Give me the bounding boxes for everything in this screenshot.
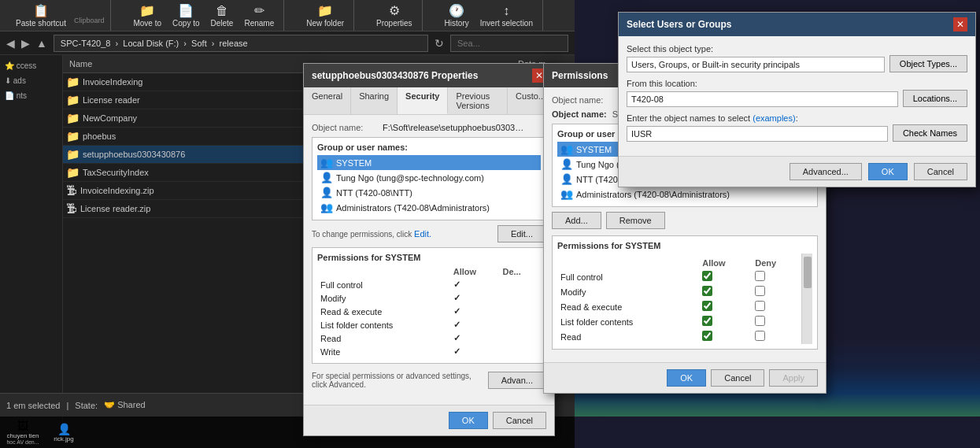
tab-previous-versions[interactable]: Previous Versions [448,87,508,114]
sec-user-system-name: SYSTEM [576,145,612,154]
sec-perm-row-read-exec: Read & execute [557,299,801,314]
user-item-system[interactable]: 👥 SYSTEM [317,155,541,170]
user-item-ntt[interactable]: 👤 NTT (T420-08\NTT) [317,185,541,200]
security-perms-box: Permissions for SYSTEM Allow Deny [552,235,818,350]
object-name-row: Object name: F:\Soft\release\setupphoebu… [312,123,546,132]
change-perm-row: To change permissions, click Edit. Edit.… [312,225,546,243]
perm-row-read: Read ✓ [317,331,541,345]
advanced-button[interactable]: Advan... [488,372,546,389]
sec-perm-allow-header: Allow [699,257,752,269]
props-actions: OK Cancel [304,405,554,435]
select-users-advanced-button[interactable]: Advanced... [790,163,862,180]
tab-security[interactable]: Security [398,87,448,114]
perm-row-write: Write ✓ [317,345,541,358]
security-ok-button[interactable]: OK [667,369,706,387]
sec-perm-list-deny-checkbox[interactable] [755,316,765,326]
user-item-tung[interactable]: 👤 Tung Ngo (tung@spc-technology.com) [317,170,541,185]
examples-link-text: (examples) [753,113,795,123]
perm-write-deny [499,345,541,358]
perm-read-exec-deny [499,305,541,318]
select-users-close-button[interactable]: ✕ [953,17,967,31]
perm-list-allow: ✓ [450,318,500,331]
perm-write-allow: ✓ [450,345,500,358]
sec-perm-read-deny[interactable] [752,329,801,344]
sec-perm-modify-allow[interactable] [699,284,752,299]
names-input[interactable] [627,126,888,142]
sec-perm-modify-deny[interactable] [752,284,801,299]
examples-link[interactable]: (examples) [753,113,795,123]
advanced-note: For special permissions or advanced sett… [312,372,488,389]
props-ok-button[interactable]: OK [449,412,488,429]
sec-perm-full-allow[interactable] [699,269,752,284]
security-obj-lbl: Object name: [552,109,607,119]
tab-sharing[interactable]: Sharing [351,87,398,114]
security-perms-container: Allow Deny Full control Modify [557,254,812,344]
sec-perm-row-list: List folder contents [557,314,801,329]
edit-button[interactable]: Edit... [497,225,546,243]
props-tabs: General Sharing Security Previous Versio… [304,87,554,115]
location-label: From this location: [627,79,967,88]
select-users-cancel-button[interactable]: Cancel [914,163,967,180]
user-admins-icon: 👥 [320,202,333,213]
sec-user-admins-name: Administrators (T420-08\Administrators) [576,190,730,199]
sec-perm-row-read: Read [557,329,801,344]
perm-name-header [317,265,450,278]
security-user-actions: Add... Remove [552,212,818,229]
location-row: Locations... [627,90,967,107]
sec-perm-read-deny-checkbox[interactable] [755,331,765,341]
check-names-button[interactable]: Check Names [893,124,967,142]
sec-perm-full-deny[interactable] [752,269,801,284]
user-item-admins[interactable]: 👥 Administrators (T420-08\Administrators… [317,200,541,215]
security-apply-button[interactable]: Apply [769,369,818,387]
props-cancel-button[interactable]: Cancel [493,412,546,429]
permissions-table: Allow De... Full control ✓ Modify ✓ [317,265,541,358]
user-ntt-icon: 👤 [320,187,333,198]
sec-perm-read-exec-deny[interactable] [752,299,801,314]
security-cancel-button[interactable]: Cancel [711,369,764,387]
perms-scrollbar[interactable] [801,254,812,344]
sec-perm-read-allow-checkbox[interactable] [702,331,712,341]
security-user-admins[interactable]: 👥 Administrators (T420-08\Administrators… [557,187,812,202]
sec-perm-read-exec-label: Read & execute [557,299,699,314]
user-tung-name: Tung Ngo (tung@spc-technology.com) [336,173,484,183]
locations-button[interactable]: Locations... [903,90,967,107]
tab-general[interactable]: General [304,87,351,114]
sec-perm-deny-header: Deny [752,257,801,269]
user-list: 👥 SYSTEM 👤 Tung Ngo (tung@spc-technology… [317,155,541,215]
object-type-input[interactable] [627,57,885,72]
sec-perm-read-exec-allow[interactable] [699,299,752,314]
sec-perm-full-label: Full control [557,269,699,284]
names-row: Check Names [627,124,967,142]
sec-user-admins-icon: 👥 [560,188,573,200]
names-label-text: Enter the object names to select [627,113,750,123]
remove-user-button[interactable]: Remove [606,212,665,229]
location-input[interactable] [627,91,898,107]
sec-perm-read-exec-deny-checkbox[interactable] [755,301,765,311]
perm-read-exec-label: Read & execute [317,305,450,318]
select-users-actions: Advanced... OK Cancel [619,156,975,187]
sec-perm-name-header [557,257,699,269]
sec-perm-list-allow[interactable] [699,314,752,329]
sec-perm-modify-allow-checkbox[interactable] [702,286,712,296]
sec-perm-read-allow[interactable] [699,329,752,344]
perm-row-read-exec: Read & execute ✓ [317,305,541,318]
sec-perm-list-deny[interactable] [752,314,801,329]
sec-perm-list-allow-checkbox[interactable] [702,316,712,326]
group-users-box: Group or user names: 👥 SYSTEM 👤 Tung Ngo… [312,137,546,220]
object-types-button[interactable]: Object Types... [889,55,967,72]
security-actions: OK Cancel Apply [544,362,826,393]
user-admins-name: Administrators (T420-08\Administrators) [336,203,490,213]
object-name-label: Object name: [312,123,383,132]
add-user-button[interactable]: Add... [552,212,601,229]
user-system-name: SYSTEM [336,158,372,168]
sec-perm-read-exec-allow-checkbox[interactable] [702,301,712,311]
object-name-value: F:\Soft\release\setupphoebus0303430876 [383,123,524,132]
sec-perm-full-deny-checkbox[interactable] [755,271,765,281]
sec-perm-full-allow-checkbox[interactable] [702,271,712,281]
sec-perm-modify-deny-checkbox[interactable] [755,286,765,296]
perm-read-deny [499,331,541,345]
change-perm-text: To change permissions, click Edit. [312,229,431,239]
edit-link[interactable]: Edit. [414,229,431,239]
select-users-ok-button[interactable]: OK [868,163,908,180]
perm-read-allow: ✓ [450,331,500,345]
